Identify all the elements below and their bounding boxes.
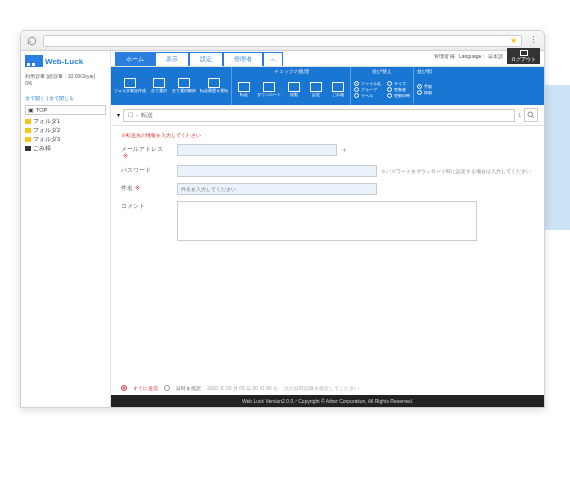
folder-icon [25, 128, 31, 133]
send-now-radio[interactable] [121, 385, 127, 391]
tree-item-trash[interactable]: ごみ箱 [25, 144, 106, 153]
order-asc[interactable]: 昇順 [417, 84, 432, 89]
sort-updater[interactable]: 更新者 [387, 87, 410, 92]
select-all-button[interactable]: 全て選択 [150, 78, 168, 93]
tree-root[interactable]: ▣ TOP [25, 105, 106, 115]
select-all-icon [153, 78, 165, 88]
trash-button[interactable]: ごみ箱 [329, 82, 347, 97]
user-label: 管理者 様 [434, 53, 455, 59]
history-icon [208, 78, 220, 88]
page-indicator: 1 [518, 112, 521, 118]
language-value[interactable]: 日本語 [488, 53, 503, 59]
email-input[interactable] [177, 144, 337, 156]
reload-icon[interactable] [27, 36, 37, 46]
download-button[interactable]: ダウンロード [257, 82, 281, 97]
tree-expand-controls[interactable]: 全て開く | 全て閉じる [25, 95, 106, 101]
logout-button[interactable]: ログアウト [507, 48, 540, 64]
deselect-all-button[interactable]: 全て選択解除 [172, 78, 196, 93]
history-button[interactable]: 転送履歴＆通知 [200, 78, 228, 93]
schedule-row: すぐに送信 日時を指定 2020 年 00 月 00 日 00 時 00 分 次… [111, 381, 544, 395]
move-icon [288, 82, 300, 92]
transfer-form: ※転送先の情報を入力してください メールアドレス※ ＋ パスワード ※パスワード… [111, 126, 544, 381]
url-input[interactable]: ★ [43, 35, 522, 47]
transfer-button[interactable]: 転送 [235, 82, 253, 97]
schedule-note: 次の日時以降を指定してください [284, 385, 359, 391]
logout-icon [520, 50, 528, 56]
home-icon: ☐ [128, 112, 133, 118]
sidebar: Web-Luck 利用容量 [総容量：10.00Gbyte] 0% 全て開く |… [21, 51, 111, 407]
tree-item[interactable]: フォルダ1 [25, 117, 106, 126]
gear-icon [310, 82, 322, 92]
folder-tree: ▣ TOP フォルダ1 フォルダ2 フォルダ3 ごみ箱 [25, 105, 106, 153]
sort-label[interactable]: ラベル [354, 93, 381, 98]
schedule-datetime[interactable]: 2020 年 00 月 00 日 00 時 00 分 [207, 385, 278, 391]
ribbon-toolbar: フォルダ新規作成 全て選択 全て選択解除 転送履歴＆通知 チェックの処理 転送 … [111, 67, 544, 105]
download-icon [263, 82, 275, 92]
bookmark-star-icon[interactable]: ★ [510, 36, 517, 45]
logo-icon [25, 55, 43, 67]
new-folder-button[interactable]: フォルダ新規作成 [114, 78, 146, 93]
form-note: ※転送先の情報を入力してください [121, 132, 534, 138]
logo-text: Web-Luck [45, 57, 83, 66]
trash-icon [332, 82, 344, 92]
subject-input[interactable] [177, 183, 377, 195]
tree-item[interactable]: フォルダ3 [25, 135, 106, 144]
folder-icon [25, 119, 31, 124]
password-hint: ※パスワードをダウンロード時に設定する場合は入力してください [381, 169, 531, 174]
tab-view[interactable]: 表示 [155, 52, 189, 66]
search-icon [527, 111, 535, 119]
back-icon[interactable]: ▾ [117, 112, 120, 118]
search-button[interactable] [524, 108, 538, 122]
trash-icon [25, 146, 31, 151]
tab-collapse[interactable]: ︿ [263, 52, 283, 66]
browser-window: ★ ⋮ Web-Luck 利用容量 [総容量：10.00Gbyte] 0% 全て… [20, 30, 545, 408]
language-label: Language : [459, 53, 484, 59]
svg-point-0 [528, 112, 533, 117]
tab-home[interactable]: ホーム [115, 52, 155, 66]
breadcrumb[interactable]: ☐ › 転送 [123, 109, 515, 122]
sort-group[interactable]: グループ [354, 87, 381, 92]
folder-icon [25, 137, 31, 142]
storage-status: 利用容量 [総容量：10.00Gbyte] 0% [25, 73, 106, 87]
password-input[interactable] [177, 165, 377, 177]
breadcrumb-bar: ▾ ☐ › 転送 1 [111, 105, 544, 126]
sort-updated[interactable]: 更新日時 [387, 93, 410, 98]
sort-filename[interactable]: ファイル名 [354, 81, 381, 86]
transfer-icon [238, 82, 250, 92]
tree-item[interactable]: フォルダ2 [25, 126, 106, 135]
sort-size[interactable]: サイズ [387, 81, 410, 86]
deselect-icon [178, 78, 190, 88]
folder-plus-icon [124, 78, 136, 88]
send-later-radio[interactable] [164, 385, 170, 391]
main-panel: ホーム 表示 設定 管理者 ︿ 管理者 様 Language : 日本語 ログア… [111, 51, 544, 407]
browser-menu-icon[interactable]: ⋮ [528, 36, 538, 45]
config-button[interactable]: 設定 [307, 82, 325, 97]
logo: Web-Luck [25, 55, 106, 67]
tab-admin[interactable]: 管理者 [223, 52, 263, 66]
top-bar: ホーム 表示 設定 管理者 ︿ 管理者 様 Language : 日本語 ログア… [111, 51, 544, 67]
order-desc[interactable]: 降順 [417, 90, 432, 95]
footer: Web Luck Version2.0.0／Copyright © Ather … [111, 395, 544, 407]
comment-textarea[interactable] [177, 201, 477, 241]
main-tabs: ホーム 表示 設定 管理者 ︿ [115, 52, 283, 66]
tab-settings[interactable]: 設定 [189, 52, 223, 66]
move-button[interactable]: 移動 [285, 82, 303, 97]
add-email-button[interactable]: ＋ [341, 145, 348, 155]
